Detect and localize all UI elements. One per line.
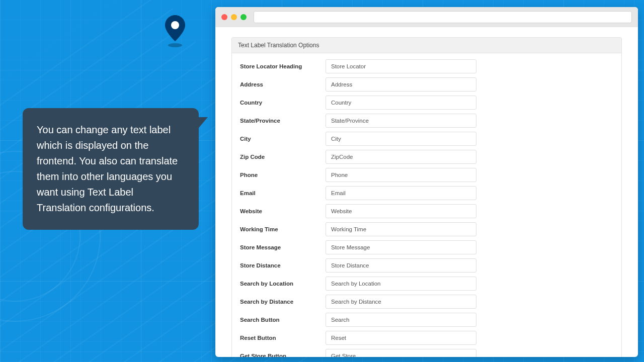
field-label: Phone bbox=[240, 172, 326, 178]
field-input[interactable] bbox=[326, 258, 476, 273]
field-input[interactable] bbox=[326, 77, 476, 92]
form-row: City bbox=[240, 132, 613, 146]
translation-options-panel: Text Label Translation Options Store Loc… bbox=[231, 37, 622, 357]
form-row: State/Province bbox=[240, 114, 613, 128]
field-input[interactable] bbox=[326, 204, 476, 218]
field-input[interactable] bbox=[326, 349, 476, 357]
panel-body: Store Locator HeadingAddressCountryState… bbox=[232, 53, 621, 357]
address-bar[interactable] bbox=[254, 11, 632, 23]
map-pin-icon bbox=[164, 15, 187, 48]
panel-title: Text Label Translation Options bbox=[232, 38, 621, 53]
field-label: Store Message bbox=[240, 244, 326, 250]
field-input[interactable] bbox=[326, 114, 476, 128]
field-label: Store Distance bbox=[240, 262, 326, 268]
feature-callout: You can change any text label which is d… bbox=[23, 108, 199, 230]
field-input[interactable] bbox=[326, 59, 476, 73]
field-input[interactable] bbox=[326, 132, 476, 146]
field-label: Search by Location bbox=[240, 281, 326, 287]
browser-titlebar bbox=[215, 7, 638, 27]
window-controls bbox=[221, 14, 247, 20]
browser-window: Text Label Translation Options Store Loc… bbox=[215, 7, 638, 357]
form-row: Email bbox=[240, 186, 613, 200]
browser-content: Text Label Translation Options Store Loc… bbox=[215, 27, 638, 357]
field-label: Website bbox=[240, 208, 326, 214]
form-row: Phone bbox=[240, 168, 613, 182]
field-label: Country bbox=[240, 100, 326, 106]
form-row: Website bbox=[240, 204, 613, 218]
form-row: Store Distance bbox=[240, 258, 613, 273]
field-input[interactable] bbox=[326, 313, 476, 327]
form-row: Country bbox=[240, 96, 613, 110]
close-icon[interactable] bbox=[221, 14, 227, 20]
form-row: Search by Location bbox=[240, 277, 613, 291]
field-label: Reset Button bbox=[240, 335, 326, 341]
field-label: Search Button bbox=[240, 317, 326, 323]
field-input[interactable] bbox=[326, 222, 476, 236]
field-input[interactable] bbox=[326, 277, 476, 291]
field-input[interactable] bbox=[326, 331, 476, 345]
form-row: Search by Distance bbox=[240, 295, 613, 309]
form-row: Store Locator Heading bbox=[240, 59, 613, 73]
field-label: State/Province bbox=[240, 118, 326, 124]
form-row: Reset Button bbox=[240, 331, 613, 345]
form-row: Store Message bbox=[240, 240, 613, 254]
callout-text: You can change any text label which is d… bbox=[37, 122, 185, 216]
form-row: Search Button bbox=[240, 313, 613, 327]
field-label: Search by Distance bbox=[240, 299, 326, 305]
minimize-icon[interactable] bbox=[231, 14, 237, 20]
field-label: Store Locator Heading bbox=[240, 63, 326, 69]
field-label: Email bbox=[240, 190, 326, 196]
form-row: Address bbox=[240, 77, 613, 92]
field-label: Working Time bbox=[240, 226, 326, 232]
field-input[interactable] bbox=[326, 150, 476, 164]
field-label: City bbox=[240, 136, 326, 142]
field-label: Address bbox=[240, 81, 326, 87]
field-label: Zip Code bbox=[240, 154, 326, 160]
field-input[interactable] bbox=[326, 168, 476, 182]
field-input[interactable] bbox=[326, 240, 476, 254]
field-input[interactable] bbox=[326, 186, 476, 200]
field-label: Get Store Button bbox=[240, 353, 326, 357]
svg-point-1 bbox=[168, 43, 182, 47]
form-row: Get Store Button bbox=[240, 349, 613, 357]
field-input[interactable] bbox=[326, 96, 476, 110]
maximize-icon[interactable] bbox=[240, 14, 247, 20]
field-input[interactable] bbox=[326, 295, 476, 309]
svg-point-0 bbox=[171, 21, 179, 29]
form-row: Zip Code bbox=[240, 150, 613, 164]
form-row: Working Time bbox=[240, 222, 613, 236]
